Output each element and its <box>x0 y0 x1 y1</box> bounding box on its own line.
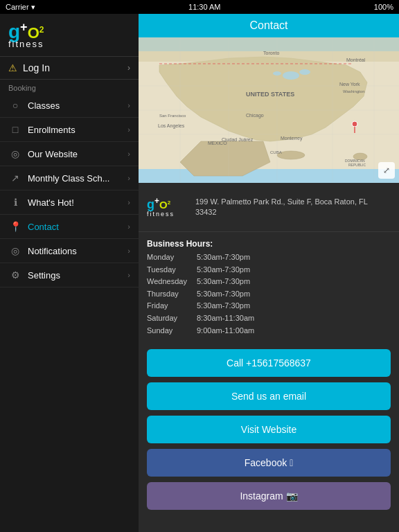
hours-row: Sunday9:00am-11:00am <box>147 325 391 337</box>
login-chevron: › <box>127 63 130 73</box>
sidebar-item-monthly[interactable]: ↗ Monthly Class Sch... › <box>0 166 139 190</box>
facebook-label: Facebook <box>245 457 287 468</box>
sidebar: g+O2 fitness ⚠ Log In › Booking ○ Classe… <box>0 14 139 532</box>
contact-icon: 📍 <box>8 221 22 232</box>
hours-day: Wednesday <box>147 276 197 288</box>
whatshot-label: What's Hot! <box>28 197 127 208</box>
biz-logo-fitness: fitness <box>147 211 188 218</box>
sidebar-item-contact[interactable]: 📍 Contact › <box>0 215 139 239</box>
hours-time: 8:30am-11:30am <box>197 312 254 325</box>
call-button[interactable]: Call +15617568637 <box>147 349 391 377</box>
hours-day: Tuesday <box>147 264 197 276</box>
carrier-label: Carrier ▾ <box>6 3 35 12</box>
svg-text:UNITED STATES: UNITED STATES <box>246 91 294 98</box>
notifications-label: Notifications <box>28 246 127 256</box>
svg-text:Montréal: Montréal <box>346 57 366 62</box>
hours-time: 9:00am-11:00am <box>197 325 254 337</box>
whatshot-icon: ℹ <box>8 197 22 208</box>
business-logo: g+O2 fitness <box>147 190 188 224</box>
svg-point-2 <box>283 71 299 80</box>
settings-icon: ⚙ <box>8 269 22 281</box>
sidebar-item-website[interactable]: ◎ Our Website › <box>0 142 139 166</box>
svg-text:Chicago: Chicago <box>246 113 264 118</box>
main-content: Contact <box>139 14 399 532</box>
hours-time: 5:30am-7:30pm <box>197 300 250 312</box>
hours-day: Sunday <box>147 325 197 337</box>
sidebar-item-whatshot[interactable]: ℹ What's Hot! › <box>0 190 139 215</box>
hours-time: 5:30am-7:30pm <box>197 251 250 264</box>
hours-row: Friday5:30am-7:30pm <box>147 300 391 312</box>
whatshot-chevron: › <box>127 198 130 206</box>
sidebar-item-notifications[interactable]: ◎ Notifications › <box>0 239 139 263</box>
svg-text:Washington: Washington <box>343 89 364 94</box>
hours-row: Saturday8:30am-11:30am <box>147 312 391 325</box>
notifications-icon: ◎ <box>8 245 22 256</box>
page-title: Contact <box>249 19 287 31</box>
svg-text:Los Angeles: Los Angeles <box>158 123 185 129</box>
instagram-button[interactable]: Instagram 📷 <box>147 482 391 510</box>
biz-logo-g: g <box>147 197 154 211</box>
enrollments-label: Enrollments <box>28 125 127 135</box>
classes-label: Classes <box>28 100 127 111</box>
page-header: Contact <box>139 14 399 37</box>
biz-logo-o2: O2 <box>159 199 170 211</box>
sidebar-item-enrollments[interactable]: □ Enrollments › <box>0 118 139 142</box>
contact-scroll-area: g+O2 fitness 199 W. Palmetto Park Rd., S… <box>139 183 399 532</box>
hours-day: Saturday <box>147 312 197 325</box>
notifications-chevron: › <box>127 247 130 255</box>
hours-row: Tuesday5:30am-7:30pm <box>147 264 391 276</box>
svg-text:Toronto: Toronto <box>263 51 279 55</box>
battery-label: 100% <box>374 3 393 11</box>
svg-text:San Francisco: San Francisco <box>159 114 186 118</box>
logo-area: g+O2 fitness <box>0 14 139 56</box>
section-booking-label: Booking <box>0 80 139 94</box>
svg-text:CUBA: CUBA <box>270 150 282 154</box>
map-container[interactable]: UNITED STATES MEXICO CUBA Toronto Montré… <box>139 37 399 183</box>
settings-label: Settings <box>28 270 127 281</box>
hours-section: Business Hours: Monday5:30am-7:30pmTuesd… <box>139 232 399 344</box>
svg-text:REPUBLIC: REPUBLIC <box>348 163 366 167</box>
contact-chevron: › <box>127 222 130 231</box>
business-header: g+O2 fitness 199 W. Palmetto Park Rd., S… <box>139 183 399 232</box>
time-label: 11:30 AM <box>188 3 220 11</box>
hours-day: Friday <box>147 300 197 312</box>
website-label: Our Website <box>28 149 127 159</box>
hours-day: Thursday <box>147 288 197 301</box>
login-label: Log In <box>23 62 127 73</box>
facebook-button[interactable]: Facebook  <box>147 449 391 477</box>
business-address: 199 W. Palmetto Park Rd., Suite F, Boca … <box>195 197 391 218</box>
monthly-label: Monthly Class Sch... <box>28 173 127 184</box>
hours-rows: Monday5:30am-7:30pmTuesday5:30am-7:30pmW… <box>147 251 391 337</box>
hours-row: Wednesday5:30am-7:30pm <box>147 276 391 288</box>
biz-logo-plus: + <box>154 196 159 206</box>
logo-plus: + <box>20 20 28 34</box>
website-icon: ◎ <box>8 148 22 159</box>
svg-text:Monterrey: Monterrey <box>281 136 303 141</box>
instagram-icon: 📷 <box>286 490 298 502</box>
svg-text:New York: New York <box>339 82 360 87</box>
hours-row: Thursday5:30am-7:30pm <box>147 288 391 301</box>
login-row[interactable]: ⚠ Log In › <box>0 56 139 80</box>
website-chevron: › <box>127 150 130 158</box>
classes-icon: ○ <box>8 100 22 111</box>
monthly-chevron: › <box>127 174 130 182</box>
facebook-icon:  <box>290 457 293 468</box>
email-button[interactable]: Send us an email <box>147 382 391 410</box>
classes-chevron: › <box>127 101 130 109</box>
sidebar-item-settings[interactable]: ⚙ Settings › <box>0 263 139 287</box>
hours-time: 5:30am-7:30pm <box>197 264 250 276</box>
svg-text:Ciudad Juárez: Ciudad Juárez <box>222 137 254 142</box>
map-expand-button[interactable]: ⤢ <box>378 162 395 179</box>
warning-icon: ⚠ <box>8 62 17 73</box>
enrollments-icon: □ <box>8 124 22 135</box>
hours-time: 5:30am-7:30pm <box>197 276 250 288</box>
instagram-label: Instagram <box>240 490 283 502</box>
monthly-icon: ↗ <box>8 172 22 184</box>
status-bar: Carrier ▾ 11:30 AM 100% <box>0 0 399 14</box>
svg-point-3 <box>299 69 310 75</box>
sidebar-item-classes[interactable]: ○ Classes › <box>0 94 139 118</box>
hours-row: Monday5:30am-7:30pm <box>147 251 391 264</box>
website-button[interactable]: Visit Website <box>147 416 391 443</box>
svg-point-28 <box>352 121 357 127</box>
settings-chevron: › <box>127 271 130 279</box>
